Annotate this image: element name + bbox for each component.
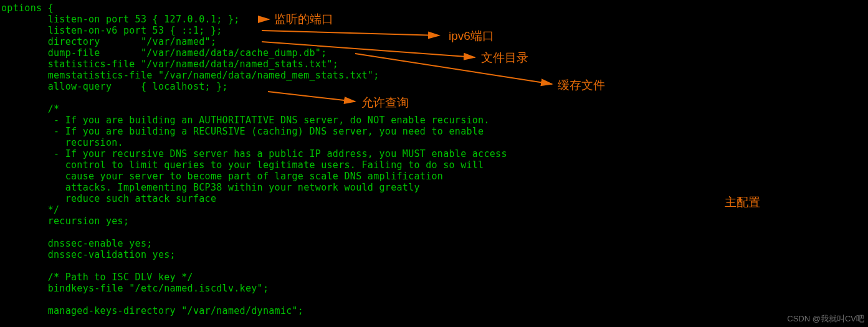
annotation-ipv6-port: ipv6端口 [449,28,494,44]
terminal-window: options { listen-on port 53 { 127.0.0.1;… [0,0,868,327]
annotation-dump-file: 缓存文件 [558,77,605,93]
annotation-main-config: 主配置 [725,194,760,211]
watermark: CSDN @我就叫CV吧 [787,313,864,325]
annotation-allow-query: 允许查询 [361,95,409,111]
annotation-listen-port: 监听的端口 [274,11,333,27]
annotation-directory: 文件目录 [481,50,528,66]
config-code-block[interactable]: options { listen-on port 53 { 127.0.0.1;… [1,2,507,316]
